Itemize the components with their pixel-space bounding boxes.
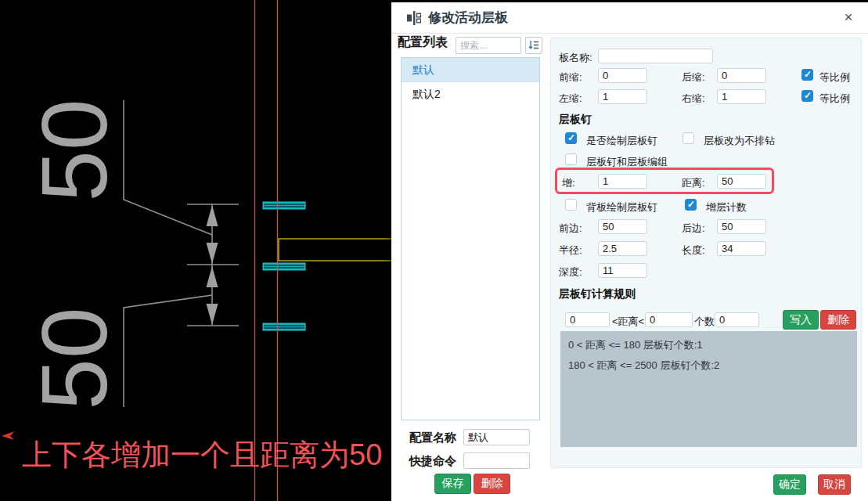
config-item-default2[interactable]: 默认2: [402, 82, 539, 106]
modify-shelf-dialog: 修改活动层板 × 配置列表 默认 默认2 配置名称 快捷命令 保存 删除 板名称…: [391, 2, 868, 501]
front-shrink-label: 前缩:: [559, 70, 582, 85]
distance-input[interactable]: [717, 174, 766, 189]
add-input[interactable]: [598, 174, 647, 189]
front-edge-label: 前边:: [559, 222, 582, 236]
sort-button[interactable]: [525, 37, 542, 54]
rule-item[interactable]: 180 < 距离 <= 2500 层板钉个数:2: [560, 355, 857, 376]
config-list: 默认 默认2: [401, 57, 540, 420]
draw-nail-label: 是否绘制层板钉: [586, 134, 657, 148]
cad-drawing: 50 50: [0, 0, 391, 501]
write-button[interactable]: 写入: [783, 310, 819, 330]
back-shrink-input[interactable]: [717, 68, 766, 83]
equal-ratio-label-1: 等比例: [819, 70, 850, 85]
left-shrink-input[interactable]: [598, 89, 647, 104]
add-label: 增:: [562, 176, 575, 190]
no-drill-checkbox[interactable]: [683, 132, 694, 144]
config-name-input[interactable]: [463, 429, 530, 445]
sort-icon: [528, 40, 539, 51]
front-edge-input[interactable]: [598, 219, 647, 234]
nail-section-header: 层板钉: [559, 113, 592, 127]
back-edge-label: 后边:: [682, 222, 705, 236]
rule-min-input[interactable]: [565, 312, 610, 327]
panel-outline: [279, 239, 391, 261]
form-panel: 板名称: 前缩: 后缩: 等比例 左缩: 右缩: 等比例 层板钉 是否绘制层板钉…: [550, 38, 862, 468]
app-window: 50 50: [0, 0, 868, 501]
board-name-input[interactable]: [598, 49, 713, 63]
group-checkbox[interactable]: [565, 153, 577, 165]
cursor-arrow-icon: [2, 431, 14, 440]
radius-label: 半径:: [559, 243, 582, 258]
right-shrink-label: 右缩:: [682, 92, 705, 106]
back-nail-checkbox[interactable]: [565, 199, 577, 211]
confirm-button[interactable]: 确定: [773, 474, 806, 495]
front-shrink-input[interactable]: [598, 68, 647, 83]
back-edge-input[interactable]: [717, 219, 766, 234]
equal-ratio-label-2: 等比例: [819, 92, 850, 106]
config-item-default[interactable]: 默认: [402, 58, 539, 82]
layer-count-label: 增层计数: [706, 200, 747, 214]
dim-label-top: 50: [23, 99, 126, 201]
draw-nail-checkbox[interactable]: [565, 132, 577, 144]
annotation-text: 上下各增加一个且距离为50: [22, 438, 382, 471]
dialog-title: 修改活动层板: [428, 9, 508, 27]
no-drill-label: 层板改为不排钻: [704, 134, 775, 148]
save-button[interactable]: 保存: [434, 474, 471, 494]
shortcut-input[interactable]: [463, 452, 530, 469]
depth-label: 深度:: [559, 265, 582, 279]
layer-count-checkbox[interactable]: [685, 199, 697, 211]
equal-ratio-checkbox-2[interactable]: [801, 90, 813, 102]
equal-ratio-checkbox-1[interactable]: [801, 69, 813, 81]
rule-count-label: 个数: [694, 315, 715, 329]
close-icon[interactable]: ×: [840, 9, 857, 26]
rule-max-input[interactable]: [645, 312, 693, 327]
length-input[interactable]: [717, 241, 766, 256]
cad-canvas[interactable]: 50 50: [0, 0, 391, 501]
rule-section-header: 层板钉计算规则: [559, 287, 636, 301]
construction-lines: [255, 0, 278, 501]
radius-input[interactable]: [598, 241, 647, 256]
distance-label: 距离:: [682, 176, 705, 190]
cancel-button[interactable]: 取消: [818, 474, 851, 495]
shortcut-label: 快捷命令: [409, 454, 456, 469]
left-shrink-label: 左缩:: [559, 92, 582, 106]
rule-delete-button[interactable]: 删除: [820, 310, 856, 330]
right-shrink-input[interactable]: [717, 89, 766, 104]
search-input[interactable]: [456, 37, 521, 54]
dimension-lines: [124, 100, 239, 407]
shelf-align-icon: [407, 11, 421, 25]
back-shrink-label: 后缩:: [682, 70, 705, 85]
rule-item[interactable]: 0 < 距离 <= 180 层板钉个数:1: [560, 335, 857, 355]
length-label: 长度:: [682, 243, 705, 258]
config-name-label: 配置名称: [409, 431, 456, 445]
delete-config-button[interactable]: 删除: [474, 474, 510, 494]
shelf-pin-bars: [263, 202, 305, 330]
config-list-header: 配置列表: [398, 34, 448, 51]
rule-list[interactable]: 0 < 距离 <= 180 层板钉个数:1 180 < 距离 <= 2500 层…: [560, 331, 857, 447]
rule-mid-label: <距离<: [612, 315, 644, 329]
board-name-label: 板名称:: [559, 51, 592, 65]
depth-input[interactable]: [598, 263, 647, 278]
back-nail-label: 背板绘制层板钉: [586, 200, 657, 214]
rule-count-input[interactable]: [715, 312, 759, 327]
dim-label-bottom: 50: [23, 307, 126, 409]
dialog-titlebar: 修改活动层板 ×: [391, 2, 868, 34]
